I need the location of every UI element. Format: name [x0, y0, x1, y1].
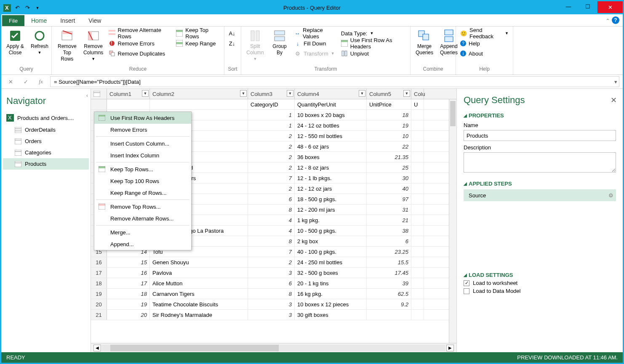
load-to-worksheet-checkbox[interactable]: ✓Load to worksheet — [464, 280, 616, 286]
svg-rect-47 — [99, 166, 105, 168]
menu-item[interactable]: Keep Top Rows... — [94, 163, 191, 175]
name-input[interactable] — [464, 130, 616, 141]
close-pane-button[interactable]: ✕ — [611, 96, 617, 105]
menu-item[interactable]: Merge... — [94, 226, 191, 238]
accept-formula-button[interactable]: ✓ — [20, 77, 32, 87]
menu-item[interactable]: Insert Index Column — [94, 149, 191, 161]
menu-item[interactable]: Use First Row As Headers — [94, 112, 191, 124]
filter-dropdown-icon[interactable]: ▼ — [142, 90, 149, 97]
sort-desc-button[interactable]: Z↓ — [227, 38, 238, 48]
nav-item-orders[interactable]: Orders — [3, 136, 89, 147]
keep-top-rows-button[interactable]: Keep Top Rows — [174, 28, 221, 38]
remove-columns-button[interactable]: Remove Columns▼ — [82, 28, 105, 65]
svg-rect-27 — [345, 51, 347, 56]
column-header[interactable]: Column5▼ — [367, 89, 411, 99]
column-header[interactable]: Column1▼ — [107, 89, 150, 99]
use-first-row-headers-button[interactable]: Use First Row As Headers — [339, 38, 408, 48]
table-row[interactable]: 1918Carnarvon Tigers816 kg pkg.62.5 — [91, 289, 456, 299]
close-button[interactable]: ✕ — [597, 1, 623, 13]
table-row[interactable]: 1615Genen Shouyu224 - 250 ml bottles15.5 — [91, 257, 456, 268]
filter-dropdown-icon[interactable]: ▼ — [287, 90, 293, 97]
scroll-left-icon[interactable]: ◀ — [93, 345, 101, 351]
nav-item-categories[interactable]: Categories — [3, 147, 89, 158]
name-label: Name — [464, 122, 616, 128]
transform-button[interactable]: ⚙Transform ▼ — [293, 48, 338, 58]
svg-rect-10 — [109, 30, 115, 32]
scroll-right-icon[interactable]: ▶ — [446, 345, 454, 351]
filter-dropdown-icon[interactable]: ▼ — [403, 90, 410, 97]
description-input[interactable] — [464, 152, 616, 173]
applied-steps-header[interactable]: ◢APPLIED STEPS — [464, 181, 616, 187]
svg-rect-41 — [15, 161, 21, 167]
home-tab[interactable]: Home — [24, 15, 53, 26]
column-header[interactable]: Column4▼ — [295, 89, 367, 99]
query-settings-title: Query Settings — [464, 95, 616, 106]
filter-dropdown-icon[interactable]: ▼ — [359, 90, 365, 97]
table-row[interactable]: 2019Teatime Chocolate Biscuits310 boxes … — [91, 299, 456, 310]
applied-step-source[interactable]: Source⚙ — [464, 189, 616, 201]
description-label: Description — [464, 144, 616, 151]
nav-item-orderdetails[interactable]: OrderDetails — [3, 124, 89, 136]
formula-input[interactable]: = Source{[Name="Products"]}[Data]▾ — [50, 76, 619, 87]
navigator-collapse-icon[interactable]: ‹ — [86, 92, 88, 98]
remove-alternate-rows-button[interactable]: Remove Alternate Rows — [107, 28, 173, 38]
replace-values-button[interactable]: ↔Replace Values — [293, 28, 338, 38]
filter-dropdown-icon[interactable]: ▼ — [240, 90, 247, 97]
formula-dropdown-icon[interactable]: ▾ — [614, 79, 617, 85]
menu-item[interactable]: Insert Custom Column... — [94, 138, 191, 149]
table-row[interactable]: 1817Alice Mutton620 - 1 kg tins39 — [91, 278, 456, 289]
nav-item-products[interactable]: Products — [3, 158, 89, 170]
table-row[interactable]: 2120Sir Rodney's Marmalade330 gift boxes — [91, 310, 456, 320]
menu-item[interactable]: Remove Alternate Rows... — [94, 213, 191, 224]
formula-bar: ✕ ✓ fx = Source{[Name="Products"]}[Data]… — [1, 75, 623, 89]
group-by-button[interactable]: Group By — [268, 28, 291, 65]
menu-item[interactable]: Append... — [94, 238, 191, 250]
load-to-data-model-checkbox[interactable]: Load to Data Model — [464, 288, 616, 294]
group-label: Combine — [413, 65, 453, 73]
menu-item[interactable]: Keep Top 100 Rows — [94, 175, 191, 187]
navigator-pane: ‹ Navigator XProducts and Orders.... Ord… — [1, 89, 91, 352]
menu-item[interactable]: Keep Range of Rows... — [94, 187, 191, 199]
remove-top-rows-button[interactable]: Remove Top Rows — [54, 28, 80, 65]
minimize-button[interactable]: — — [559, 1, 578, 12]
gear-icon[interactable]: ⚙ — [608, 192, 613, 199]
column-header[interactable]: Column2▼ — [150, 89, 248, 99]
table-icon — [15, 150, 21, 156]
table-row[interactable]: 1716Pavlova332 - 500 g boxes17.45 — [91, 268, 456, 278]
about-button[interactable]: iAbout — [459, 48, 510, 58]
svg-rect-18 — [176, 42, 183, 44]
help-icon[interactable]: ? — [612, 16, 619, 24]
file-tab[interactable]: File — [2, 15, 24, 26]
column-header[interactable]: Colu — [411, 89, 424, 99]
maximize-button[interactable]: ☐ — [578, 1, 597, 12]
horizontal-scrollbar[interactable]: ◀ ▶ — [91, 343, 456, 352]
keep-range-button[interactable]: Keep Range — [174, 38, 221, 48]
view-tab[interactable]: View — [82, 15, 108, 26]
send-feedback-button[interactable]: 🙂Send Feedback ▼ — [459, 28, 510, 38]
svg-rect-24 — [341, 40, 348, 42]
ribbon-collapse-icon[interactable]: ⌃ — [605, 18, 610, 24]
menu-item[interactable]: Remove Errors — [94, 124, 191, 136]
svg-rect-37 — [15, 138, 21, 144]
column-header[interactable]: Column3▼ — [248, 89, 295, 99]
cancel-formula-button[interactable]: ✕ — [5, 77, 16, 87]
help-button[interactable]: ?Help — [459, 38, 510, 48]
split-column-button[interactable]: Split Column▼ — [244, 28, 267, 65]
apply-close-button[interactable]: Apply & Close — [4, 28, 27, 65]
unpivot-button[interactable]: Unpivot — [339, 48, 408, 58]
fill-down-button[interactable]: ↓Fill Down — [293, 38, 338, 48]
remove-duplicates-button[interactable]: Remove Duplicates — [107, 48, 173, 58]
fx-icon: fx — [35, 77, 47, 87]
column-header[interactable] — [91, 89, 107, 99]
vertical-scrollbar[interactable] — [449, 99, 456, 343]
remove-errors-button[interactable]: !Remove Errors — [107, 38, 173, 48]
load-settings-header[interactable]: ◢LOAD SETTINGS — [464, 272, 616, 278]
refresh-button[interactable]: Refresh▼ — [28, 28, 51, 65]
menu-item[interactable]: Remove Top Rows... — [94, 201, 191, 213]
insert-tab[interactable]: Insert — [53, 15, 82, 26]
sort-asc-button[interactable]: A↓ — [227, 28, 238, 38]
group-label: Help — [459, 65, 510, 73]
nav-root[interactable]: XProducts and Orders.... — [3, 112, 89, 124]
properties-header[interactable]: ◢PROPERTIES — [464, 112, 616, 119]
merge-queries-button[interactable]: Merge Queries — [413, 28, 436, 65]
